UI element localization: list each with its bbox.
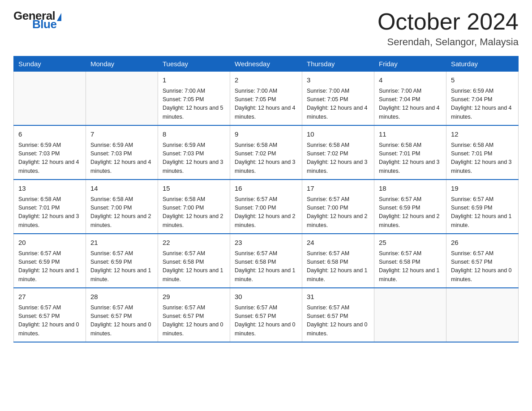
day-info: Sunrise: 6:57 AMSunset: 6:57 PMDaylight:… <box>307 304 369 338</box>
day-number: 15 <box>163 184 225 194</box>
day-cell: 30Sunrise: 6:57 AMSunset: 6:57 PMDayligh… <box>230 288 302 342</box>
day-cell: 6Sunrise: 6:59 AMSunset: 7:03 PMDaylight… <box>14 125 86 180</box>
day-info: Sunrise: 6:57 AMSunset: 6:59 PMDaylight:… <box>379 195 442 230</box>
day-cell: 24Sunrise: 6:57 AMSunset: 6:58 PMDayligh… <box>302 234 374 288</box>
day-number: 24 <box>307 238 369 248</box>
day-number: 12 <box>451 129 514 140</box>
header-cell-wednesday: Wednesday <box>230 56 302 72</box>
day-info: Sunrise: 6:57 AMSunset: 6:58 PMDaylight:… <box>379 249 442 284</box>
day-info: Sunrise: 6:57 AMSunset: 6:57 PMDaylight:… <box>163 304 225 338</box>
day-info: Sunrise: 6:58 AMSunset: 7:02 PMDaylight:… <box>307 141 369 176</box>
day-number: 16 <box>235 184 297 194</box>
day-cell: 31Sunrise: 6:57 AMSunset: 6:57 PMDayligh… <box>302 288 374 342</box>
day-number: 27 <box>18 292 81 302</box>
day-info: Sunrise: 6:57 AMSunset: 6:58 PMDaylight:… <box>163 249 225 284</box>
day-cell: 19Sunrise: 6:57 AMSunset: 6:59 PMDayligh… <box>446 180 519 234</box>
month-title: October 2024 <box>378 9 519 34</box>
day-info: Sunrise: 6:57 AMSunset: 6:57 PMDaylight:… <box>18 304 81 338</box>
day-info: Sunrise: 6:59 AMSunset: 7:03 PMDaylight:… <box>90 141 153 176</box>
day-number: 29 <box>163 292 225 302</box>
day-number: 17 <box>307 184 369 194</box>
day-cell: 18Sunrise: 6:57 AMSunset: 6:59 PMDayligh… <box>374 180 446 234</box>
day-number: 7 <box>90 129 153 140</box>
header: General Blue October 2024 Serendah, Sela… <box>13 9 519 48</box>
day-info: Sunrise: 7:00 AMSunset: 7:05 PMDaylight:… <box>235 87 297 122</box>
day-info: Sunrise: 7:00 AMSunset: 7:05 PMDaylight:… <box>307 87 369 122</box>
day-number: 30 <box>235 292 297 302</box>
day-cell: 8Sunrise: 6:59 AMSunset: 7:03 PMDaylight… <box>158 125 230 180</box>
day-info: Sunrise: 6:58 AMSunset: 7:00 PMDaylight:… <box>90 195 153 230</box>
day-number: 6 <box>18 129 81 140</box>
logo-triangle-icon <box>57 13 61 21</box>
week-row-4: 20Sunrise: 6:57 AMSunset: 6:59 PMDayligh… <box>14 234 519 288</box>
day-number: 5 <box>451 75 514 86</box>
header-cell-sunday: Sunday <box>14 56 86 72</box>
day-cell: 15Sunrise: 6:58 AMSunset: 7:00 PMDayligh… <box>158 180 230 234</box>
day-number: 22 <box>163 238 225 248</box>
day-info: Sunrise: 6:58 AMSunset: 7:01 PMDaylight:… <box>451 141 514 176</box>
header-row: SundayMondayTuesdayWednesdayThursdayFrid… <box>14 56 519 72</box>
logo-blue-text: Blue <box>32 17 56 31</box>
day-cell: 28Sunrise: 6:57 AMSunset: 6:57 PMDayligh… <box>86 288 158 342</box>
day-info: Sunrise: 6:58 AMSunset: 7:02 PMDaylight:… <box>235 141 297 176</box>
day-info: Sunrise: 6:57 AMSunset: 6:59 PMDaylight:… <box>90 249 153 284</box>
calendar-table: SundayMondayTuesdayWednesdayThursdayFrid… <box>13 56 519 342</box>
header-cell-saturday: Saturday <box>446 56 519 72</box>
day-info: Sunrise: 6:59 AMSunset: 7:03 PMDaylight:… <box>163 141 225 176</box>
day-number: 9 <box>235 129 297 140</box>
day-cell <box>446 288 519 342</box>
title-area: October 2024 Serendah, Selangor, Malaysi… <box>378 9 519 48</box>
day-info: Sunrise: 6:57 AMSunset: 7:00 PMDaylight:… <box>307 195 369 230</box>
day-number: 23 <box>235 238 297 248</box>
day-number: 14 <box>90 184 153 194</box>
day-info: Sunrise: 6:57 AMSunset: 6:57 PMDaylight:… <box>90 304 153 338</box>
day-info: Sunrise: 6:58 AMSunset: 7:01 PMDaylight:… <box>18 195 81 230</box>
day-info: Sunrise: 6:57 AMSunset: 7:00 PMDaylight:… <box>235 195 297 230</box>
day-info: Sunrise: 7:00 AMSunset: 7:05 PMDaylight:… <box>163 87 225 122</box>
day-cell: 13Sunrise: 6:58 AMSunset: 7:01 PMDayligh… <box>14 180 86 234</box>
day-cell: 5Sunrise: 6:59 AMSunset: 7:04 PMDaylight… <box>446 72 519 126</box>
day-number: 11 <box>379 129 442 140</box>
day-number: 3 <box>307 75 369 86</box>
day-number: 10 <box>307 129 369 140</box>
day-number: 1 <box>163 75 225 86</box>
day-number: 20 <box>18 238 81 248</box>
day-info: Sunrise: 6:57 AMSunset: 6:58 PMDaylight:… <box>307 249 369 284</box>
day-info: Sunrise: 6:57 AMSunset: 6:57 PMDaylight:… <box>235 304 297 338</box>
day-cell: 29Sunrise: 6:57 AMSunset: 6:57 PMDayligh… <box>158 288 230 342</box>
day-info: Sunrise: 6:57 AMSunset: 6:59 PMDaylight:… <box>18 249 81 284</box>
day-number: 25 <box>379 238 442 248</box>
day-cell: 11Sunrise: 6:58 AMSunset: 7:01 PMDayligh… <box>374 125 446 180</box>
day-info: Sunrise: 6:59 AMSunset: 7:03 PMDaylight:… <box>18 141 81 176</box>
day-number: 31 <box>307 292 369 302</box>
logo: General Blue <box>13 9 61 31</box>
day-cell: 3Sunrise: 7:00 AMSunset: 7:05 PMDaylight… <box>302 72 374 126</box>
location-title: Serendah, Selangor, Malaysia <box>378 36 519 48</box>
day-cell: 21Sunrise: 6:57 AMSunset: 6:59 PMDayligh… <box>86 234 158 288</box>
day-cell: 9Sunrise: 6:58 AMSunset: 7:02 PMDaylight… <box>230 125 302 180</box>
day-number: 26 <box>451 238 514 248</box>
day-number: 2 <box>235 75 297 86</box>
header-cell-thursday: Thursday <box>302 56 374 72</box>
day-info: Sunrise: 6:59 AMSunset: 7:04 PMDaylight:… <box>451 87 514 122</box>
day-info: Sunrise: 6:58 AMSunset: 7:00 PMDaylight:… <box>163 195 225 230</box>
day-number: 18 <box>379 184 442 194</box>
day-info: Sunrise: 6:57 AMSunset: 6:57 PMDaylight:… <box>451 249 514 284</box>
day-cell <box>86 72 158 126</box>
day-cell: 12Sunrise: 6:58 AMSunset: 7:01 PMDayligh… <box>446 125 519 180</box>
day-cell: 22Sunrise: 6:57 AMSunset: 6:58 PMDayligh… <box>158 234 230 288</box>
day-number: 28 <box>90 292 153 302</box>
day-cell <box>14 72 86 126</box>
week-row-2: 6Sunrise: 6:59 AMSunset: 7:03 PMDaylight… <box>14 125 519 180</box>
day-cell: 27Sunrise: 6:57 AMSunset: 6:57 PMDayligh… <box>14 288 86 342</box>
day-cell: 16Sunrise: 6:57 AMSunset: 7:00 PMDayligh… <box>230 180 302 234</box>
day-number: 21 <box>90 238 153 248</box>
day-number: 19 <box>451 184 514 194</box>
day-info: Sunrise: 6:57 AMSunset: 6:58 PMDaylight:… <box>235 249 297 284</box>
day-cell <box>374 288 446 342</box>
header-cell-tuesday: Tuesday <box>158 56 230 72</box>
week-row-5: 27Sunrise: 6:57 AMSunset: 6:57 PMDayligh… <box>14 288 519 342</box>
day-cell: 1Sunrise: 7:00 AMSunset: 7:05 PMDaylight… <box>158 72 230 126</box>
day-cell: 10Sunrise: 6:58 AMSunset: 7:02 PMDayligh… <box>302 125 374 180</box>
day-cell: 7Sunrise: 6:59 AMSunset: 7:03 PMDaylight… <box>86 125 158 180</box>
